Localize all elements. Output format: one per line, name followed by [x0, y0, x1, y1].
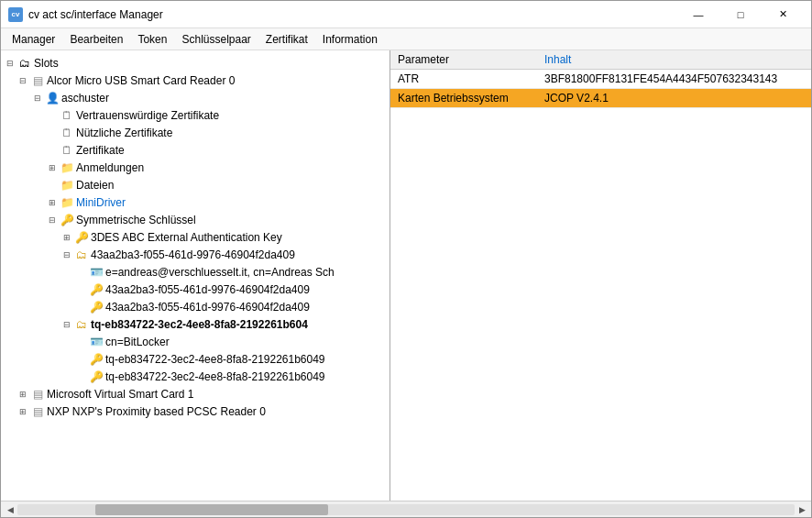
node-label-tq-key2: tq-eb834722-3ec2-4ee8-8fa8-2192261b6049: [105, 370, 325, 383]
tree-node-aschuster[interactable]: ⊟ 👤 aschuster: [1, 89, 390, 106]
node-label-nuetzliche: Nützliche Zertifikate: [76, 127, 172, 139]
node-label-cert-group2: tq-eb834722-3ec2-4ee8-8fa8-2192261b604: [91, 318, 308, 331]
tree-node-3des[interactable]: ⊞ 🔑 3DES ABC External Authentication Key: [1, 228, 390, 246]
tree-node-nxp[interactable]: ⊞ ▤ NXP NXP's Proximity based PCSC Reade…: [1, 402, 390, 420]
detail-panel: Parameter Inhalt ATR 3BF81800FF8131FE454…: [390, 50, 811, 501]
horizontal-scrollbar[interactable]: ◀ ▶: [1, 501, 811, 517]
tree-node-minidriver[interactable]: ⊞ 📁 MiniDriver: [1, 193, 390, 211]
menu-zertifikat[interactable]: Zertifikat: [258, 28, 315, 50]
key-icon-5: 🔑: [89, 369, 104, 384]
node-label-anmeldungen: Anmeldungen: [76, 161, 144, 174]
node-label-symm-schluessel: Symmetrische Schlüssel: [76, 214, 196, 226]
expand-minidriver[interactable]: ⊞: [45, 195, 60, 210]
node-label-slots: Slots: [34, 57, 59, 70]
key-icon-4: 🔑: [89, 352, 104, 367]
expand-microsoft[interactable]: ⊞: [16, 387, 30, 402]
scroll-left-button[interactable]: ◀: [3, 502, 17, 517]
tree-node-anmeldungen[interactable]: ⊞ 📁 Anmeldungen: [1, 159, 390, 176]
cert-icon-1: 🪪: [89, 265, 104, 280]
detail-param-atr: ATR: [390, 70, 537, 89]
tree-node-symm-schluessel[interactable]: ⊟ 🔑 Symmetrische Schlüssel: [1, 211, 390, 228]
tree-node-dateien[interactable]: + 📁 Dateien: [1, 176, 390, 193]
cert-folder-icon-3: 🗒: [60, 143, 74, 158]
node-label-3des: 3DES ABC External Authentication Key: [91, 231, 282, 244]
window-controls: — □ ✕: [677, 1, 804, 28]
key-icon-2: 🔑: [89, 282, 104, 297]
expand-alcor[interactable]: ⊟: [16, 73, 30, 88]
tree-node-bitlocker[interactable]: + 🪪 cn=BitLocker: [1, 333, 390, 350]
app-icon: cv: [8, 7, 23, 22]
folder-doc-icon-3: 📁: [60, 195, 74, 210]
main-window: cv cv act sc/interface Manager — □ ✕ Man…: [0, 0, 812, 518]
expand-anmeldungen[interactable]: ⊞: [45, 160, 60, 175]
tree-node-cert-group1[interactable]: ⊟ 🗂 43aa2ba3-f055-461d-9976-46904f2da409: [1, 246, 390, 263]
node-label-vertrauenswuerdige: Vertrauenswürdige Zertifikate: [76, 109, 219, 122]
folder-doc-icon-1: 📁: [60, 160, 74, 175]
tree-node-email-cert[interactable]: + 🪪 e=andreas@verschluesselt.it, cn=Andr…: [1, 263, 390, 281]
folder-icon: 🗂: [17, 56, 32, 71]
key-icon-3: 🔑: [89, 300, 104, 314]
scroll-track[interactable]: [17, 504, 795, 515]
window-title: cv act sc/interface Manager: [28, 8, 677, 21]
expand-cert-group1[interactable]: ⊟: [60, 248, 74, 262]
close-button[interactable]: ✕: [762, 1, 804, 28]
expand-slots[interactable]: ⊟: [3, 56, 17, 71]
tree-node-cert-group2[interactable]: ⊟ 🗂 tq-eb834722-3ec2-4ee8-8fa8-2192261b6…: [1, 315, 390, 333]
title-bar: cv cv act sc/interface Manager — □ ✕: [1, 1, 811, 28]
tree-node-slots[interactable]: ⊟ 🗂 Slots: [1, 54, 390, 72]
menu-schluesselpaar[interactable]: Schlüsselpaar: [174, 28, 258, 50]
node-label-tq-key1: tq-eb834722-3ec2-4ee8-8fa8-2192261b6049: [105, 353, 325, 366]
card-reader-icon-2: ▤: [30, 387, 45, 402]
detail-param-karten: Karten Betriebssystem: [390, 89, 537, 108]
content-area: ⊟ 🗂 Slots ⊟ ▤ Alcor Micro USB Smart Card…: [1, 50, 811, 501]
tree-node-zertifikate[interactable]: + 🗒 Zertifikate: [1, 141, 390, 159]
key-icon-1: 🔑: [74, 230, 89, 245]
tree-panel: ⊟ 🗂 Slots ⊟ ▤ Alcor Micro USB Smart Card…: [1, 50, 390, 501]
cert-group-icon-2: 🗂: [74, 317, 89, 332]
col-content-header: Inhalt: [537, 50, 811, 70]
tree-node-key2[interactable]: + 🔑 43aa2ba3-f055-461d-9976-46904f2da409: [1, 298, 390, 315]
tree-node-microsoft[interactable]: ⊞ ▤ Microsoft Virtual Smart Card 1: [1, 385, 390, 402]
expand-symm[interactable]: ⊟: [45, 213, 60, 227]
card-reader-icon: ▤: [30, 73, 45, 88]
node-label-key2: 43aa2ba3-f055-461d-9976-46904f2da409: [105, 301, 310, 314]
node-label-key1: 43aa2ba3-f055-461d-9976-46904f2da409: [105, 283, 310, 296]
folder-doc-icon-2: 📁: [60, 178, 74, 193]
detail-row-atr[interactable]: ATR 3BF81800FF8131FE454A4434F50763234314…: [390, 70, 811, 89]
menu-bearbeiten[interactable]: Bearbeiten: [62, 28, 130, 50]
col-param-header: Parameter: [390, 50, 537, 70]
detail-content-atr: 3BF81800FF8131FE454A4434F507632343143: [537, 70, 811, 89]
scroll-thumb[interactable]: [95, 504, 328, 515]
tree-node-nuetzliche[interactable]: + 🗒 Nützliche Zertifikate: [1, 124, 390, 141]
tree-node-vertrauenswuerdige[interactable]: + 🗒 Vertrauenswürdige Zertifikate: [1, 106, 390, 124]
node-label-bitlocker: cn=BitLocker: [105, 336, 170, 348]
card-reader-icon-3: ▤: [30, 404, 45, 419]
expand-3des[interactable]: ⊞: [60, 230, 74, 245]
scroll-right-button[interactable]: ▶: [795, 502, 809, 517]
node-label-nxp: NXP NXP's Proximity based PCSC Reader 0: [47, 405, 266, 418]
user-icon: 👤: [45, 91, 60, 105]
expand-aschuster[interactable]: ⊟: [30, 91, 45, 105]
tree-node-key1[interactable]: + 🔑 43aa2ba3-f055-461d-9976-46904f2da409: [1, 281, 390, 298]
node-label-microsoft: Microsoft Virtual Smart Card 1: [47, 388, 194, 401]
expand-nxp[interactable]: ⊞: [16, 404, 30, 419]
maximize-button[interactable]: □: [719, 1, 762, 28]
node-label-aschuster: aschuster: [61, 92, 109, 105]
menu-bar: Manager Bearbeiten Token Schlüsselpaar Z…: [1, 28, 811, 50]
tree-node-tq-key1[interactable]: + 🔑 tq-eb834722-3ec2-4ee8-8fa8-2192261b6…: [1, 350, 390, 368]
menu-token[interactable]: Token: [130, 28, 174, 50]
expand-cert-group2[interactable]: ⊟: [60, 317, 74, 332]
node-label-minidriver: MiniDriver: [76, 196, 126, 209]
minimize-button[interactable]: —: [677, 1, 719, 28]
detail-table: Parameter Inhalt ATR 3BF81800FF8131FE454…: [390, 50, 811, 108]
menu-information[interactable]: Information: [315, 28, 385, 50]
menu-manager[interactable]: Manager: [5, 28, 62, 50]
detail-row-karten[interactable]: Karten Betriebssystem JCOP V2.4.1: [390, 89, 811, 108]
node-label-dateien: Dateien: [76, 179, 114, 192]
node-label-zertifikate: Zertifikate: [76, 144, 125, 157]
key-folder-icon: 🔑: [60, 213, 74, 227]
tree-node-alcor[interactable]: ⊟ ▤ Alcor Micro USB Smart Card Reader 0: [1, 72, 390, 89]
tree-node-tq-key2[interactable]: + 🔑 tq-eb834722-3ec2-4ee8-8fa8-2192261b6…: [1, 368, 390, 385]
cert-icon-2: 🪪: [89, 335, 104, 349]
cert-folder-icon-2: 🗒: [60, 126, 74, 140]
